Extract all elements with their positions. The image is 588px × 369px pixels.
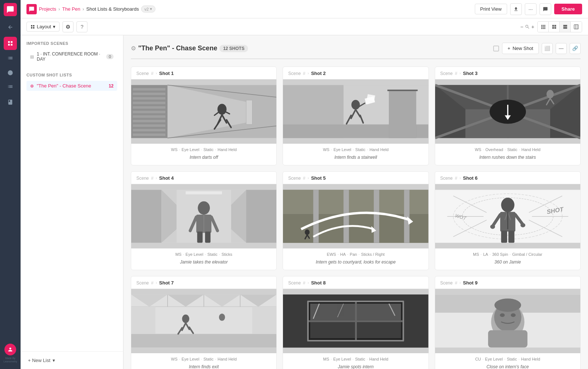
tag: Eye Level [182,357,199,361]
share-button[interactable]: Share [554,4,582,14]
svg-rect-32 [133,102,165,104]
tag: Eye Level [333,357,351,361]
scene-item-1[interactable]: ▤ 1 · INT. CONFERENCE ROOM · DAY 0 [26,49,117,64]
download-icon[interactable] [510,3,522,15]
svg-rect-35 [133,115,165,118]
shot-2-arrow: › [308,71,309,75]
bc-projects[interactable]: Projects [39,6,56,12]
shot-card-6: Scene # › Shot 6 [435,171,581,270]
sidebar-filter-icon[interactable] [4,81,17,94]
tag: Pan [350,252,357,257]
print-view-button[interactable]: Print View [475,4,507,14]
bc-logo [26,4,37,14]
shot-7-header: Scene # › Shot 7 [131,276,276,289]
svg-rect-34 [133,111,165,113]
bc-the-pen[interactable]: The Pen [62,6,80,12]
view-grid-1-button[interactable] [560,22,571,32]
svg-rect-101 [344,190,349,243]
sidebar-back-icon[interactable] [4,21,17,34]
svg-rect-16 [542,28,544,29]
svg-rect-94 [205,232,211,243]
layout-chevron: ▾ [53,24,55,29]
tag: Static [507,357,517,361]
tag: Static [355,357,365,361]
view-buttons [537,21,582,32]
shot-5-arrow: › [308,176,309,180]
tag: LA [483,252,488,257]
view-filmstrip-button[interactable] [571,22,582,32]
shot-6-meta: MS · LA · 360 Spin · Gimbal / Circular [435,248,580,258]
version-badge[interactable]: v2 ▾ [141,6,155,12]
new-list-label: + New List [28,358,50,363]
svg-rect-0 [8,41,10,43]
layout-button[interactable]: Layout ▾ [26,22,60,32]
svg-point-58 [351,100,360,110]
shot-2-meta: WS · Eye Level · Static · Hand Held [283,144,428,153]
toolbar: Layout ▾ ? − + [21,18,588,35]
sidebar-book-icon[interactable] [4,96,17,109]
sidebar-list-icon[interactable] [4,51,17,65]
view-grid-3-button[interactable] [538,22,549,32]
view-grid-2-button[interactable] [549,22,560,32]
made-by-label: Made ByLeanometry [4,357,17,363]
svg-rect-43 [246,100,252,125]
shot-9-arrow: › [459,281,460,285]
tag: MS [323,357,329,361]
svg-rect-157 [356,322,401,338]
tag: Static [355,147,366,152]
comment-icon[interactable] [539,3,551,15]
sidebar-user-icon[interactable] [4,344,16,355]
shot-9-image[interactable] [435,289,580,353]
content-body: IMPORTED SCENES ▤ 1 · INT. CONFERENCE RO… [21,35,588,369]
shot-7-hash: # [151,280,154,286]
svg-point-120 [501,198,514,212]
svg-rect-156 [310,322,355,338]
shot-3-scene: Scene [440,71,453,76]
svg-rect-103 [404,190,410,243]
shot-2-hash: # [303,71,305,76]
shot-4-image[interactable] [131,184,276,248]
sidebar-storyboard-icon[interactable] [4,37,17,50]
svg-rect-89 [186,191,222,194]
tag: Hand Held [521,357,540,361]
custom-list-item-1[interactable]: ⊕ "The Pen" - Chase Scene 12 [26,81,117,91]
shot-5-description: Intern gets to courtyard, looks for esca… [283,258,428,270]
shot-3-name: Shot 3 [463,71,478,76]
zoom-in-icon[interactable]: + [531,24,534,30]
select-all-checkbox[interactable] [493,46,499,51]
svg-point-168 [500,313,505,317]
svg-rect-15 [541,28,542,29]
tag: EWS [327,252,336,257]
shot-5-image[interactable] [283,184,428,248]
shot-1-arrow: › [156,71,157,75]
left-panel: IMPORTED SCENES ▤ 1 · INT. CONFERENCE RO… [21,35,123,369]
shot-card-7: Scene # › Shot 7 [131,276,277,369]
shot-1-image[interactable] [131,79,276,144]
shot-3-description: Intern rushes down the stairs [435,153,580,165]
shot-8-image[interactable] [283,289,428,353]
frame-icon[interactable]: ⬜ [542,43,553,54]
shot-6-image[interactable]: SHOT WOT [435,184,580,248]
shot-6-name: Shot 6 [463,175,478,181]
shot-card-4: Scene # › Shot 4 [131,171,277,270]
zoom-out-icon[interactable]: − [520,24,523,30]
shot-2-description: Intern finds a stairwell [283,153,428,165]
new-list-button[interactable]: + New List ▾ [26,356,57,365]
app-logo[interactable] [4,3,17,16]
shot-2-image[interactable] [283,79,428,144]
new-shot-button[interactable]: + New Shot [502,43,539,54]
help-icon[interactable]: ? [76,21,87,32]
shot-6-arrow: › [459,176,460,180]
custom-list-1-count: 12 [109,83,114,89]
settings-icon[interactable] [62,21,74,32]
minus-icon[interactable]: — [556,43,567,54]
panel-bottom: + New List ▾ [21,351,123,369]
shot-8-header: Scene # › Shot 8 [283,276,428,289]
sidebar-scene-icon[interactable] [4,66,17,79]
shot-3-image[interactable] [435,79,580,144]
svg-rect-17 [544,28,545,29]
link-icon[interactable]: 🔗 [570,43,581,54]
shot-7-image[interactable] [131,289,276,353]
tag: 360 Spin [492,252,508,257]
more-icon[interactable]: ··· [525,3,537,15]
